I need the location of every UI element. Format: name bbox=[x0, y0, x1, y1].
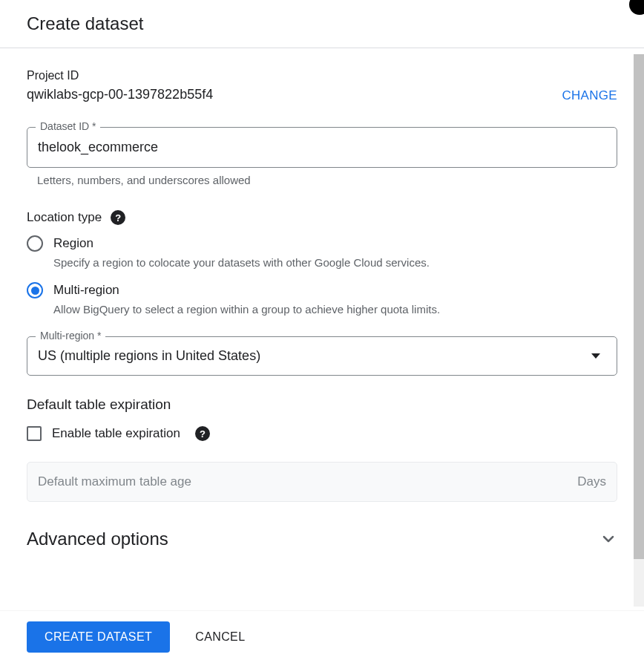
dataset-id-field: Dataset ID * bbox=[27, 127, 617, 168]
create-dataset-button[interactable]: CREATE DATASET bbox=[27, 621, 170, 653]
radio-desc-region: Specify a region to colocate your datase… bbox=[53, 256, 617, 269]
enable-expiration-checkbox[interactable] bbox=[27, 426, 42, 441]
multiregion-select-container: Multi-region * US (multiple regions in U… bbox=[27, 336, 617, 376]
radio-circle-multiregion bbox=[27, 282, 43, 298]
radio-multiregion[interactable]: Multi-region bbox=[27, 282, 617, 298]
location-type-label: Location type bbox=[27, 210, 102, 225]
project-id-label: Project ID bbox=[27, 69, 213, 82]
advanced-options-toggle[interactable]: Advanced options bbox=[27, 526, 617, 552]
table-age-placeholder: Default maximum table age bbox=[38, 474, 191, 489]
change-project-link[interactable]: CHANGE bbox=[562, 88, 617, 103]
radio-desc-multiregion: Allow BigQuery to select a region within… bbox=[53, 303, 617, 316]
dataset-id-label: Dataset ID * bbox=[36, 120, 100, 132]
scrollbar-thumb[interactable] bbox=[634, 54, 644, 559]
radio-option-multiregion: Multi-region Allow BigQuery to select a … bbox=[27, 282, 617, 316]
dataset-id-helper: Letters, numbers, and underscores allowe… bbox=[37, 174, 617, 186]
project-id-value: qwiklabs-gcp-00-1397822b55f4 bbox=[27, 87, 213, 102]
dropdown-arrow-icon bbox=[591, 353, 600, 359]
dataset-id-input[interactable] bbox=[27, 127, 617, 168]
expiration-title: Default table expiration bbox=[27, 396, 617, 413]
radio-region[interactable]: Region bbox=[27, 235, 617, 252]
dialog-footer: CREATE DATASET CANCEL bbox=[0, 610, 644, 663]
chevron-down-icon bbox=[599, 530, 617, 548]
radio-option-region: Region Specify a region to colocate your… bbox=[27, 235, 617, 269]
dialog-header: Create dataset bbox=[0, 0, 644, 48]
multiregion-value: US (multiple regions in United States) bbox=[38, 348, 260, 364]
location-help-icon[interactable]: ? bbox=[111, 210, 125, 225]
radio-circle-region bbox=[27, 235, 43, 252]
multiregion-select[interactable]: US (multiple regions in United States) bbox=[27, 336, 617, 376]
expiration-checkbox-row: Enable table expiration ? bbox=[27, 426, 617, 441]
project-info: Project ID qwiklabs-gcp-00-1397822b55f4 bbox=[27, 69, 213, 102]
advanced-options-title: Advanced options bbox=[27, 529, 168, 549]
radio-label-multiregion: Multi-region bbox=[53, 283, 119, 298]
page-title: Create dataset bbox=[27, 13, 617, 34]
cancel-button[interactable]: CANCEL bbox=[189, 621, 251, 653]
table-age-field: Default maximum table age Days bbox=[27, 462, 617, 502]
radio-label-region: Region bbox=[53, 236, 93, 251]
dialog-content: Project ID qwiklabs-gcp-00-1397822b55f4 … bbox=[0, 48, 644, 601]
expiration-help-icon[interactable]: ? bbox=[195, 426, 210, 441]
multiregion-label: Multi-region * bbox=[36, 330, 105, 342]
project-row: Project ID qwiklabs-gcp-00-1397822b55f4 … bbox=[27, 69, 617, 103]
scrollbar-track bbox=[634, 54, 644, 607]
location-type-title: Location type ? bbox=[27, 210, 617, 225]
table-age-unit: Days bbox=[577, 474, 606, 489]
enable-expiration-label: Enable table expiration bbox=[52, 426, 180, 441]
